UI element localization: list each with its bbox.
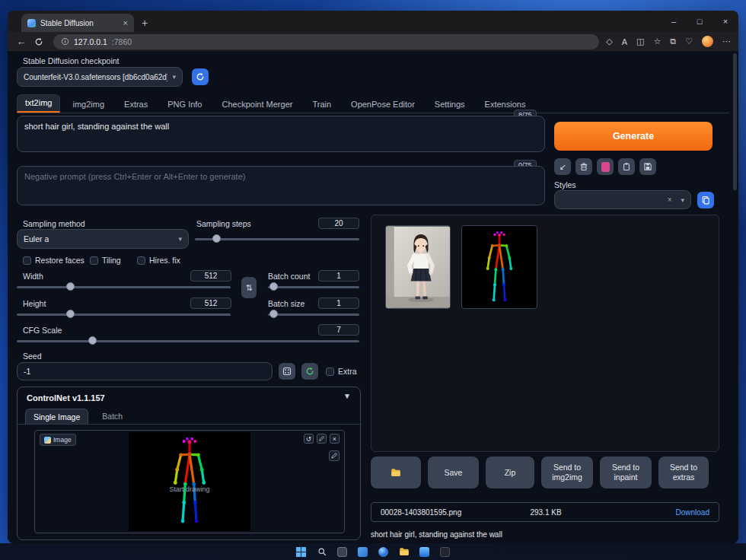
batch-count-slider[interactable] [268, 282, 359, 291]
file-explorer-icon[interactable] [398, 546, 410, 558]
tiling-checkbox[interactable]: Tiling [90, 256, 121, 265]
brush-button[interactable] [329, 450, 340, 461]
browser-address-bar-row: ← 127.0.0.1:7860 ◇ A ◫ ☆ ⧉ ♡ ⋯ [8, 32, 738, 52]
tab-txt2img[interactable]: txt2img [17, 94, 60, 113]
negative-prompt-input[interactable] [17, 166, 545, 205]
page-scrollbar[interactable] [732, 52, 738, 543]
swap-dimensions-button[interactable]: ⇅ [241, 277, 257, 298]
send-to-img2img-button[interactable]: Send to img2img [541, 457, 593, 488]
main-tabs: txt2img img2img Extras PNG Info Checkpoi… [17, 94, 729, 113]
task-view-icon[interactable] [336, 546, 348, 558]
styles-dropdown[interactable]: × ▾ [554, 190, 691, 209]
extra-seed-checkbox[interactable]: Extra [326, 367, 357, 376]
extra-networks-card-icon [601, 162, 610, 172]
split-screen-icon[interactable]: ◫ [636, 37, 644, 46]
tab-img2img[interactable]: img2img [65, 97, 112, 113]
shopping-icon[interactable]: ◇ [606, 37, 612, 46]
height-slider[interactable] [17, 310, 231, 319]
collapse-panel-icon[interactable]: ▼ [343, 392, 351, 400]
styles-refresh-button[interactable] [697, 192, 714, 208]
send-to-extras-button[interactable]: Send to extras [658, 457, 709, 488]
gallery-thumb-generated-image[interactable] [385, 225, 451, 309]
prompt-input[interactable]: short hair girl, standing against the wa… [17, 116, 545, 152]
open-folder-button[interactable] [371, 457, 421, 488]
seed-input[interactable] [17, 362, 273, 380]
tab-checkpoint-merger[interactable]: Checkpoint Merger [214, 97, 300, 113]
batch-size-label: Batch size [268, 299, 304, 308]
sampling-steps-slider[interactable] [195, 234, 359, 243]
image-chip: Image [40, 434, 76, 446]
site-info-icon[interactable] [61, 37, 69, 46]
start-button-icon[interactable] [295, 546, 307, 558]
collections-icon[interactable]: ⧉ [670, 37, 676, 46]
browser-action-icons: ◇ A ◫ ☆ ⧉ ♡ ⋯ [606, 36, 731, 47]
page-refresh-button[interactable] [34, 37, 46, 46]
generate-button[interactable]: Generate [554, 122, 713, 151]
browser-tab[interactable]: Stable Diffusion × [21, 14, 134, 32]
sampling-method-dropdown[interactable]: Euler a ▾ [17, 229, 189, 249]
controlnet-tab-single-image[interactable]: Single Image [25, 409, 88, 424]
tab-openpose-editor[interactable]: OpenPose Editor [343, 97, 422, 113]
zip-button[interactable]: Zip [486, 457, 534, 488]
batch-size-value[interactable]: 1 [318, 298, 359, 309]
undo-icon[interactable]: ↺ [304, 434, 314, 444]
batch-count-label: Batch count [268, 272, 310, 281]
sampling-steps-value[interactable]: 20 [318, 218, 359, 229]
height-label: Height [23, 299, 46, 308]
tab-extras[interactable]: Extras [116, 97, 155, 113]
window-maximize-button[interactable]: □ [687, 11, 713, 32]
output-gallery [371, 215, 719, 452]
cfg-scale-slider[interactable] [17, 336, 359, 345]
edit-icon[interactable] [317, 434, 327, 444]
clear-prompt-button[interactable] [575, 158, 592, 175]
favorites-star-icon[interactable]: ☆ [653, 37, 661, 46]
output-file-size: 293.1 KB [371, 508, 720, 517]
random-seed-button[interactable] [279, 363, 295, 380]
window-close-button[interactable]: × [713, 11, 738, 32]
window-minimize-button[interactable]: – [661, 11, 687, 32]
save-style-button[interactable] [639, 158, 656, 175]
styles-label: Styles [554, 180, 576, 189]
restore-faces-checkbox[interactable]: Restore faces [23, 256, 84, 265]
terminal-icon[interactable] [439, 546, 451, 558]
gallery-thumb-pose-image[interactable] [461, 225, 537, 309]
tab-close-icon[interactable]: × [123, 19, 128, 27]
read-aloud-icon[interactable]: A [622, 37, 627, 46]
output-caption: short hair girl, standing against the wa… [371, 530, 719, 539]
controlnet-tab-batch[interactable]: Batch [94, 409, 130, 424]
height-value[interactable]: 512 [190, 298, 231, 309]
clear-icon[interactable]: × [330, 434, 340, 444]
hires-fix-checkbox[interactable]: Hires. fix [137, 256, 180, 265]
prompt-tool-row: ↙ [554, 158, 656, 175]
new-tab-button[interactable]: + [142, 17, 148, 29]
width-value[interactable]: 512 [190, 270, 231, 282]
width-label: Width [23, 272, 43, 281]
browser-essentials-icon[interactable]: ♡ [685, 37, 693, 46]
back-button[interactable]: ← [15, 36, 27, 47]
apply-style-button[interactable] [618, 158, 635, 175]
tab-train[interactable]: Train [304, 97, 339, 113]
cfg-scale-value[interactable]: 7 [318, 324, 359, 336]
paste-params-button[interactable]: ↙ [554, 158, 571, 175]
tab-settings[interactable]: Settings [427, 97, 473, 113]
settings-menu-icon[interactable]: ⋯ [722, 37, 731, 46]
profile-avatar[interactable] [702, 36, 713, 47]
controlnet-canvas[interactable]: Start drawing [129, 432, 250, 531]
styles-clear-icon[interactable]: × [668, 196, 672, 204]
checkpoint-refresh-button[interactable] [192, 68, 209, 85]
save-button[interactable]: Save [428, 457, 479, 488]
checkbox-box [23, 256, 31, 265]
extra-networks-button[interactable] [597, 158, 614, 175]
tab-png-info[interactable]: PNG Info [160, 97, 209, 113]
search-icon[interactable] [316, 546, 327, 558]
batch-count-value[interactable]: 1 [318, 270, 359, 282]
reuse-seed-button[interactable] [301, 363, 318, 380]
edge-icon[interactable] [378, 546, 389, 558]
checkpoint-dropdown[interactable]: Counterfeit-V3.0.safetensors [db6cd0a62d… [17, 67, 183, 87]
batch-size-slider[interactable] [268, 310, 359, 319]
store-icon[interactable] [419, 546, 430, 558]
send-to-inpaint-button[interactable]: Send to inpaint [600, 457, 652, 488]
address-bar[interactable]: 127.0.0.1:7860 [53, 34, 599, 49]
width-slider[interactable] [17, 282, 231, 291]
widgets-icon[interactable] [357, 546, 368, 558]
